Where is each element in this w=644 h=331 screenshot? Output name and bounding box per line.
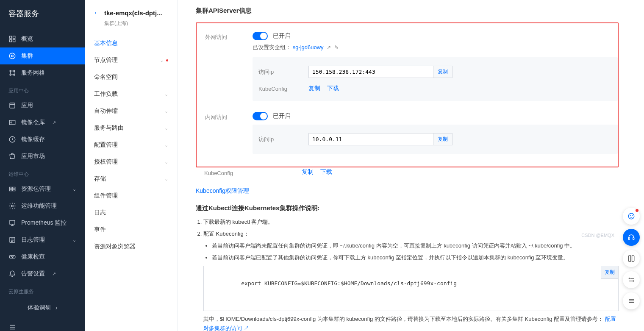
svg-point-23: [630, 215, 630, 216]
access-ip-label: 访问ip: [258, 136, 308, 143]
internal-access-toggle[interactable]: [253, 112, 268, 120]
tab-autoscale[interactable]: 自动伸缩⌄: [85, 103, 178, 120]
nav-image-repo[interactable]: 镜像仓库 ↗: [0, 114, 85, 131]
watermark-text: CSDN @EMQX: [581, 233, 614, 238]
internal-ip-input[interactable]: [308, 133, 433, 145]
svg-rect-15: [13, 187, 15, 189]
tab-service-route[interactable]: 服务与路由⌄: [85, 120, 178, 136]
copy-internal-ip-button[interactable]: 复制: [433, 133, 452, 145]
nav-alert-settings[interactable]: 告警设置 ↗: [0, 265, 85, 282]
section-app-center: 应用中心: [0, 81, 85, 97]
tab-label: 工作负载: [94, 90, 118, 98]
external-link-icon[interactable]: ↗: [327, 45, 331, 50]
tab-event[interactable]: 事件: [85, 221, 178, 238]
copy-kubeconfig-link[interactable]: 复制: [308, 85, 320, 92]
svg-rect-0: [9, 36, 11, 38]
tab-log[interactable]: 日志: [85, 204, 178, 221]
cache-icon: [8, 136, 16, 143]
nav-service-mesh[interactable]: 服务网格: [0, 64, 85, 81]
svg-point-12: [11, 122, 12, 123]
nav-overview[interactable]: 概览: [0, 31, 85, 47]
support-button[interactable]: [623, 229, 640, 246]
nav-resource-pkg[interactable]: 资源包管理 ⌄: [0, 181, 85, 197]
mesh-icon: [8, 69, 16, 77]
nav-label: 运维功能管理: [21, 202, 57, 210]
svg-rect-17: [13, 189, 15, 191]
docs-button[interactable]: [623, 250, 640, 267]
svg-rect-2: [9, 40, 11, 42]
nav-ops-feature[interactable]: 运维功能管理: [0, 197, 85, 214]
nav-log-mgmt[interactable]: 日志管理 ⌄: [0, 231, 85, 248]
ops-icon: [8, 202, 16, 210]
section-title: 集群APIServer信息: [196, 7, 619, 15]
edit-icon[interactable]: ✎: [334, 45, 339, 50]
external-ip-input[interactable]: [308, 66, 433, 78]
svg-point-4: [11, 55, 14, 57]
back-button[interactable]: ←: [93, 8, 101, 17]
nav-app-market[interactable]: 应用市场: [0, 148, 85, 165]
code-block-1: export KUBECONFIG=$KUBECONFIG:$HOME/Down…: [203, 266, 619, 311]
code-1-after-text: 其中，$HOME/Downloads/cls-dptj699x-config 为…: [203, 316, 603, 322]
step-2-bullet-1: 若当前访问客户端尚未配置任何集群的访问凭证，即 ~/.kube/config 内…: [212, 241, 619, 250]
nav-cluster[interactable]: 集群: [0, 47, 85, 64]
access-ip-label: 访问ip: [258, 68, 308, 76]
svg-point-6: [10, 70, 11, 72]
tab-label: 日志: [94, 209, 106, 217]
kubeconfig-label: KubeConfig: [258, 86, 308, 92]
nav-label: 告警设置: [21, 270, 45, 278]
tab-workload[interactable]: 工作负载⌄: [85, 86, 178, 103]
nav-image-cache[interactable]: 镜像缓存: [0, 131, 85, 148]
svg-rect-14: [9, 187, 12, 189]
market-icon: [8, 153, 16, 160]
nav-label: 集群: [21, 52, 33, 60]
tab-node-mgmt[interactable]: 节点管理⌄: [85, 52, 178, 69]
svg-rect-11: [9, 120, 15, 125]
cluster-region: 集群(上海): [85, 19, 178, 35]
nav-label: 镜像缓存: [21, 136, 45, 143]
security-group-link[interactable]: sg-jgd6uowy: [293, 44, 324, 50]
step-2-bullet-2: 若当前访问客户端已配置了其他集群的访问凭证，你可下载上方 kubeconfig …: [212, 253, 619, 262]
kubeconfig-permission-link[interactable]: Kubeconfig权限管理: [196, 187, 249, 194]
floating-action-bar: [623, 208, 640, 309]
tab-config-mgmt[interactable]: 配置管理⌄: [85, 136, 178, 153]
tab-storage[interactable]: 存储⌄: [85, 170, 178, 187]
cluster-name: tke-emqx(cls-dptj...: [104, 9, 162, 17]
internal-access-status: 已开启: [273, 112, 291, 119]
copy-external-ip-button[interactable]: 复制: [433, 66, 452, 78]
settings-button[interactable]: [623, 271, 640, 288]
download-kubeconfig-link[interactable]: 下载: [327, 85, 339, 92]
chevron-down-icon: ⌄: [160, 58, 164, 63]
svg-point-28: [633, 281, 633, 281]
tab-namespace[interactable]: 命名空间: [85, 69, 178, 86]
svg-rect-19: [10, 220, 15, 224]
nav-label: 服务网格: [21, 69, 45, 77]
chevron-down-icon: ⌄: [164, 142, 168, 148]
copy-kubeconfig-link-2[interactable]: 复制: [302, 168, 314, 175]
nav-label: 镜像仓库: [21, 119, 45, 126]
svg-rect-10: [10, 103, 15, 108]
more-button[interactable]: [623, 292, 640, 309]
internal-access-label: 内网访问: [197, 112, 253, 158]
download-kubeconfig-link-2[interactable]: 下载: [320, 168, 332, 175]
assistant-button[interactable]: [623, 208, 640, 225]
collapse-sidebar-button[interactable]: [0, 317, 85, 331]
survey-button[interactable]: 体验调研 ›: [0, 298, 85, 317]
tab-auth-mgmt[interactable]: 授权管理⌄: [85, 153, 178, 170]
svg-point-7: [14, 70, 15, 72]
nav-label: 日志管理: [21, 236, 45, 244]
package-icon: [8, 185, 16, 193]
nav-health-check[interactable]: 健康检查: [0, 248, 85, 265]
nav-prometheus[interactable]: Prometheus 监控: [0, 214, 85, 231]
external-link-icon: ↗: [244, 325, 249, 331]
nav-app[interactable]: 应用: [0, 97, 85, 114]
external-access-toggle[interactable]: [253, 32, 268, 40]
security-group-label: 已设置安全组：: [253, 44, 291, 50]
tab-component-mgmt[interactable]: 组件管理: [85, 187, 178, 204]
svg-rect-26: [633, 238, 634, 240]
tab-label: 命名空间: [94, 73, 118, 81]
tab-basic-info[interactable]: 基本信息: [85, 35, 178, 52]
tab-label: 存储: [94, 175, 106, 183]
copy-code-1-button[interactable]: 复制: [601, 266, 618, 278]
external-access-box: 访问ip 复制 KubeConfig 复制 下载: [253, 57, 618, 101]
tab-resource-browser[interactable]: 资源对象浏览器: [85, 238, 178, 255]
